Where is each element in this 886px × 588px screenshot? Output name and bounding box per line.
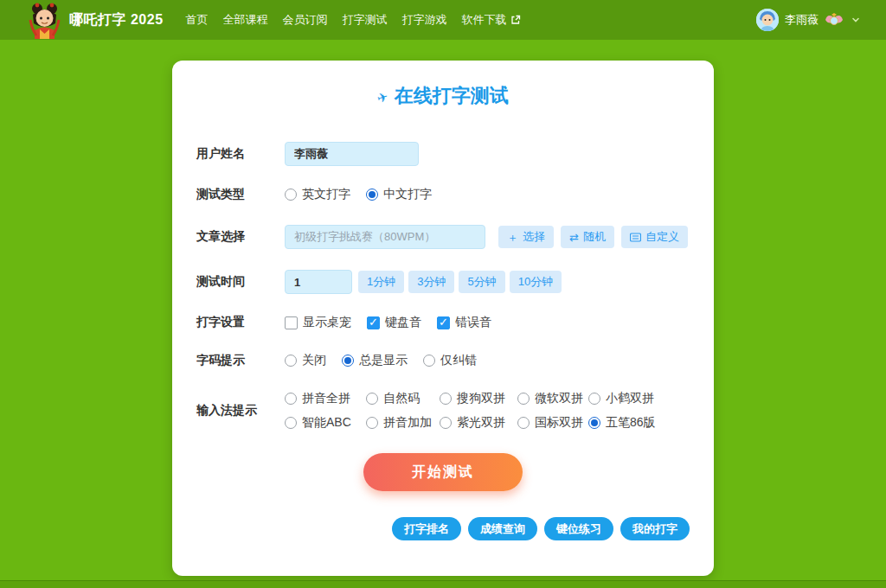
option-english-typing[interactable]: 英文打字 xyxy=(285,187,350,202)
radio-icon xyxy=(517,417,530,429)
option-ziranma[interactable]: 自然码 xyxy=(366,391,440,406)
form-row-article: 文章选择 ＋ 选择 ⇄ 随机 自定义 xyxy=(196,225,690,249)
score-query-button[interactable]: 成绩查询 xyxy=(468,517,537,540)
option-hint-correct-only[interactable]: 仅纠错 xyxy=(423,353,477,368)
chevron-down-icon[interactable] xyxy=(851,16,860,24)
radio-icon-selected xyxy=(588,417,600,429)
article-buttons: ＋ 选择 ⇄ 随机 自定义 xyxy=(498,226,688,248)
vip-badge-icon xyxy=(825,12,844,28)
user-name[interactable]: 李雨薇 xyxy=(785,12,819,28)
checkbox-icon xyxy=(285,316,298,329)
settings-label: 打字设置 xyxy=(196,315,285,330)
radio-icon xyxy=(285,355,297,367)
test-type-label: 测试类型 xyxy=(196,187,285,202)
page-title: ✈在线打字测试 xyxy=(196,83,690,111)
brand-title[interactable]: 哪吒打字 2025 xyxy=(69,11,164,29)
nav-links: 首页 全部课程 会员订阅 打字测试 打字游戏 软件下载 xyxy=(186,12,521,28)
footer-strip xyxy=(0,580,886,588)
option-hint-off[interactable]: 关闭 xyxy=(285,353,326,368)
ime-label: 输入法提示 xyxy=(196,403,285,419)
nezha-logo-icon[interactable] xyxy=(26,1,62,39)
option-ziguang-shuangpin[interactable]: 紫光双拼 xyxy=(440,415,517,431)
quick-links: 打字排名 成绩查询 键位练习 我的打字 xyxy=(196,517,690,540)
page: 哪吒打字 2025 首页 全部课程 会员订阅 打字测试 打字游戏 软件下载 xyxy=(0,0,886,588)
hint-label: 字码提示 xyxy=(196,353,285,368)
duration-presets: 1分钟 3分钟 5分钟 10分钟 xyxy=(358,271,562,293)
article-select-button[interactable]: ＋ 选择 xyxy=(498,226,554,248)
form-row-test-type: 测试类型 英文打字 中文打字 xyxy=(196,187,690,202)
user-menu: 李雨薇 xyxy=(756,9,860,31)
article-custom-button[interactable]: 自定义 xyxy=(621,226,688,248)
form-row-ime: 输入法提示 拼音全拼 自然码 搜狗双拼 微软双拼 xyxy=(196,391,690,431)
option-zhineng-abc[interactable]: 智能ABC xyxy=(285,415,366,431)
article-input[interactable] xyxy=(285,225,485,249)
navbar: 哪吒打字 2025 首页 全部课程 会员订阅 打字测试 打字游戏 软件下载 xyxy=(0,0,886,40)
radio-icon xyxy=(285,417,297,429)
option-wubi-86[interactable]: 五笔86版 xyxy=(588,415,656,431)
external-link-icon xyxy=(510,15,521,25)
ime-options: 拼音全拼 自然码 搜狗双拼 微软双拼 小鹤双拼 xyxy=(285,391,656,431)
radio-icon-selected xyxy=(366,189,378,201)
form-row-username: 用户姓名 xyxy=(196,142,690,166)
preset-1min-button[interactable]: 1分钟 xyxy=(358,271,404,293)
option-pinyin-quanpin[interactable]: 拼音全拼 xyxy=(285,391,366,406)
option-keyboard-sound[interactable]: 键盘音 xyxy=(367,315,421,330)
radio-icon xyxy=(517,393,530,405)
nav-item-label: 软件下载 xyxy=(462,12,507,28)
radio-icon xyxy=(366,393,378,405)
radio-icon xyxy=(440,393,452,405)
preset-5min-button[interactable]: 5分钟 xyxy=(459,271,504,293)
checkbox-icon-checked xyxy=(367,316,380,329)
username-label: 用户姓名 xyxy=(196,146,285,162)
option-sogou-shuangpin[interactable]: 搜狗双拼 xyxy=(440,391,517,406)
nav-item-membership[interactable]: 会员订阅 xyxy=(283,12,328,28)
option-chinese-typing[interactable]: 中文打字 xyxy=(366,187,432,202)
form-row-duration: 测试时间 1分钟 3分钟 5分钟 10分钟 xyxy=(196,270,690,294)
username-input[interactable] xyxy=(285,142,419,166)
nav-item-typing-games[interactable]: 打字游戏 xyxy=(402,12,447,28)
start-test-button[interactable]: 开始测试 xyxy=(363,453,523,491)
option-show-desktop-pet[interactable]: 显示桌宠 xyxy=(285,315,351,330)
nav-item-typing-test[interactable]: 打字测试 xyxy=(343,12,388,28)
radio-icon xyxy=(366,417,378,429)
option-guobiao-shuangpin[interactable]: 国标双拼 xyxy=(517,415,588,431)
user-avatar[interactable] xyxy=(756,9,779,31)
option-pinyin-jiajia[interactable]: 拼音加加 xyxy=(366,415,440,431)
nav-item-home[interactable]: 首页 xyxy=(186,12,209,28)
radio-icon xyxy=(588,393,600,405)
nav-item-courses[interactable]: 全部课程 xyxy=(223,12,268,28)
keyboard-icon xyxy=(630,233,641,242)
duration-input[interactable] xyxy=(285,270,352,294)
article-label: 文章选择 xyxy=(196,229,285,245)
duration-label: 测试时间 xyxy=(196,274,285,290)
preset-10min-button[interactable]: 10分钟 xyxy=(510,271,562,293)
typing-ranking-button[interactable]: 打字排名 xyxy=(392,517,461,540)
option-error-sound[interactable]: 错误音 xyxy=(437,315,491,330)
radio-icon xyxy=(423,355,435,367)
nav-item-software-download[interactable]: 软件下载 xyxy=(462,12,521,28)
radio-icon-selected xyxy=(342,355,354,367)
radio-icon xyxy=(285,393,297,405)
preset-3min-button[interactable]: 3分钟 xyxy=(408,271,454,293)
swap-icon: ⇄ xyxy=(569,232,579,243)
radio-icon xyxy=(285,189,297,201)
my-typing-button[interactable]: 我的打字 xyxy=(620,517,690,540)
plus-icon: ＋ xyxy=(507,232,518,243)
paper-plane-icon: ✈ xyxy=(374,84,392,112)
checkbox-icon-checked xyxy=(437,316,450,329)
form-row-settings: 打字设置 显示桌宠 键盘音 错误音 xyxy=(196,315,690,330)
typing-test-card: ✈在线打字测试 用户姓名 测试类型 英文打字 中文打字 文章选择 xyxy=(172,61,714,576)
form-row-hint: 字码提示 关闭 总是显示 仅纠错 xyxy=(196,353,690,368)
option-microsoft-shuangpin[interactable]: 微软双拼 xyxy=(517,391,588,406)
article-random-button[interactable]: ⇄ 随机 xyxy=(561,226,614,248)
key-practice-button[interactable]: 键位练习 xyxy=(544,517,613,540)
option-xiaohe-shuangpin[interactable]: 小鹤双拼 xyxy=(588,391,656,406)
radio-icon xyxy=(440,417,452,429)
option-hint-always[interactable]: 总是显示 xyxy=(342,353,408,368)
